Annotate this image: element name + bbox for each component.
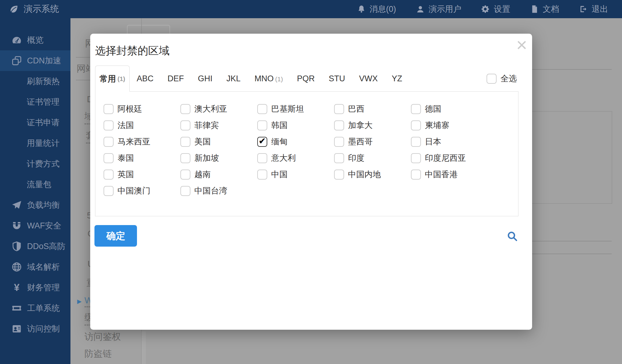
region-item[interactable]: 美国 — [180, 133, 257, 150]
sidebar-item-cdn[interactable]: CDN加速 — [0, 50, 70, 71]
region-item[interactable]: 泰国 — [104, 150, 180, 166]
sidebar-item-waf[interactable]: WAF安全 — [0, 215, 70, 236]
region-item[interactable]: 新加坡 — [180, 150, 257, 166]
region-item[interactable]: 菲律宾 — [180, 117, 257, 133]
region-checkbox[interactable] — [257, 120, 267, 130]
region-item[interactable]: ✔缅甸 — [257, 133, 334, 150]
nav-item-user[interactable]: 演示用户 — [416, 4, 461, 15]
region-item[interactable]: 中国香港 — [411, 166, 488, 183]
region-checkbox[interactable] — [257, 104, 267, 114]
region-checkbox[interactable] — [180, 137, 190, 147]
region-item[interactable]: 巴西 — [334, 101, 411, 117]
background-menu-item: 防盗链 — [84, 348, 112, 360]
region-item[interactable]: 韩国 — [257, 117, 334, 133]
sidebar-item-access-control[interactable]: 访问控制 — [0, 318, 70, 339]
region-checkbox[interactable] — [104, 186, 114, 196]
tab-mno[interactable]: MNO(1) — [248, 74, 290, 83]
region-checkbox[interactable] — [180, 153, 190, 163]
region-item[interactable]: 印度 — [334, 150, 411, 166]
region-item[interactable]: 澳大利亚 — [180, 101, 257, 117]
search-icon[interactable] — [507, 231, 518, 242]
region-checkbox[interactable] — [104, 153, 114, 163]
region-item[interactable]: 英国 — [104, 166, 180, 183]
nav-item-docs[interactable]: 文档 — [530, 4, 559, 15]
region-checkbox[interactable] — [334, 120, 344, 130]
leaf-icon — [9, 4, 19, 14]
tab-jkl[interactable]: JKL — [220, 74, 248, 83]
sidebar-item-finance[interactable]: ¥财务管理 — [0, 277, 70, 298]
scrollbar[interactable] — [141, 331, 146, 364]
region-checkbox[interactable] — [334, 137, 344, 147]
region-checkbox[interactable] — [334, 153, 344, 163]
region-item[interactable]: 越南 — [180, 166, 257, 183]
idcard-icon — [12, 324, 22, 334]
close-icon[interactable]: × — [516, 35, 527, 54]
tab-ghi[interactable]: GHI — [191, 74, 220, 83]
sidebar-item-usage-stats[interactable]: 用量统计 — [0, 133, 70, 153]
region-item[interactable]: 中国台湾 — [180, 183, 257, 199]
region-checkbox[interactable]: ✔ — [257, 137, 267, 147]
sidebar-item-billing[interactable]: 计费方式 — [0, 153, 70, 174]
region-checkbox[interactable] — [180, 186, 190, 196]
region-item[interactable]: 柬埔寨 — [411, 117, 488, 133]
region-item[interactable]: 中国内地 — [334, 166, 411, 183]
region-checkbox[interactable] — [411, 137, 421, 147]
region-checkbox[interactable] — [104, 137, 114, 147]
region-checkbox[interactable] — [334, 104, 344, 114]
region-checkbox[interactable] — [334, 170, 344, 180]
region-item[interactable]: 印度尼西亚 — [411, 150, 488, 166]
region-checkbox[interactable] — [257, 170, 267, 180]
region-checkbox[interactable] — [411, 104, 421, 114]
sidebar-item-cert-apply[interactable]: 证书申请 — [0, 112, 70, 133]
region-item[interactable]: 阿根廷 — [104, 101, 180, 117]
region-item[interactable]: 意大利 — [257, 150, 334, 166]
region-item[interactable]: 德国 — [411, 101, 488, 117]
tab-yz[interactable]: YZ — [385, 74, 409, 83]
region-item[interactable]: 法国 — [104, 117, 180, 133]
select-all-option[interactable]: 全选 — [487, 73, 517, 84]
tab-vwx[interactable]: VWX — [352, 74, 385, 83]
region-item[interactable]: 墨西哥 — [334, 133, 411, 150]
region-item[interactable]: 日本 — [411, 133, 488, 150]
sidebar-item-cert-manage[interactable]: 证书管理 — [0, 92, 70, 112]
divider — [532, 69, 612, 70]
region-item[interactable]: 中国澳门 — [104, 183, 180, 199]
sidebar-item-refresh-preheat[interactable]: 刷新预热 — [0, 71, 70, 92]
tab-abc[interactable]: ABC — [130, 74, 161, 83]
sidebar-item-dns[interactable]: 域名解析 — [0, 257, 70, 277]
sidebar-item-ddos[interactable]: DDoS高防 — [0, 236, 70, 257]
nav-item-messages[interactable]: 消息(0) — [357, 4, 396, 15]
tab-pqr[interactable]: PQR — [290, 74, 322, 83]
region-checkbox[interactable] — [257, 153, 267, 163]
confirm-button[interactable]: 确定 — [94, 225, 137, 247]
gauge-icon — [12, 35, 22, 45]
select-all-checkbox[interactable] — [487, 74, 497, 84]
region-checkbox[interactable] — [104, 170, 114, 180]
region-checkbox[interactable] — [104, 120, 114, 130]
tab-stu[interactable]: STU — [322, 74, 352, 83]
sidebar-item-tickets[interactable]: 工单系统 — [0, 298, 70, 318]
sidebar-item-traffic-package[interactable]: 流量包 — [0, 174, 70, 195]
nav-item-logout[interactable]: 退出 — [579, 4, 608, 15]
region-checkbox[interactable] — [180, 170, 190, 180]
sidebar-item-label: 工单系统 — [27, 303, 60, 314]
nav-item-label: 演示用户 — [429, 4, 461, 15]
region-checkbox[interactable] — [180, 104, 190, 114]
region-item[interactable]: 巴基斯坦 — [257, 101, 334, 117]
nav-item-settings[interactable]: 设置 — [481, 4, 510, 15]
region-item[interactable]: 加拿大 — [334, 117, 411, 133]
region-checkbox[interactable] — [180, 120, 190, 130]
tab-common[interactable]: 常用(1) — [95, 66, 130, 92]
sidebar-item-overview[interactable]: 概览 — [0, 30, 70, 50]
sidebar-item-label: 域名解析 — [27, 261, 60, 272]
app-logo[interactable]: 演示系统 — [0, 3, 59, 15]
region-checkbox[interactable] — [104, 104, 114, 114]
region-item[interactable]: 马来西亚 — [104, 133, 180, 150]
sidebar-item-load-balance[interactable]: 负载均衡 — [0, 195, 70, 215]
ticket-icon — [12, 303, 22, 313]
region-checkbox[interactable] — [411, 153, 421, 163]
region-checkbox[interactable] — [411, 120, 421, 130]
tab-def[interactable]: DEF — [161, 74, 191, 83]
region-item[interactable]: 中国 — [257, 166, 334, 183]
region-checkbox[interactable] — [411, 170, 421, 180]
